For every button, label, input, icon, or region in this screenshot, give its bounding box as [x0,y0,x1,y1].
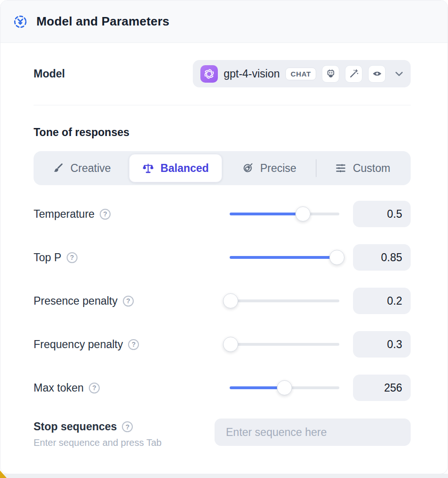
help-icon[interactable]: ? [67,252,78,263]
presence-penalty-value[interactable]: 0.2 [353,288,411,314]
max-token-slider[interactable] [230,380,339,395]
robot-icon [322,65,339,83]
balance-scale-icon [142,162,154,174]
param-row-temperature: Temperature ? 0.5 [34,201,411,227]
slider-track[interactable] [230,299,339,302]
max-token-value[interactable]: 256 [353,375,411,401]
model-parameters-panel: Model and Parameters Model [0,0,448,474]
temperature-slider[interactable] [230,206,339,222]
param-label: Max token ? [34,382,100,394]
help-icon[interactable]: ? [122,421,133,432]
tab-custom[interactable]: Custom [317,154,409,182]
frequency-penalty-slider[interactable] [230,337,339,352]
temperature-value[interactable]: 0.5 [353,201,411,227]
help-icon[interactable]: ? [123,296,134,307]
model-select-dropdown[interactable]: gpt-4-vision CHAT [193,60,411,87]
param-row-presence-penalty: Presence penalty ? 0.2 [34,288,411,314]
param-label: Presence penalty ? [34,295,134,307]
tone-tab-group: Creative Balanced [34,151,411,185]
tab-label: Custom [353,162,390,175]
param-row-max-token: Max token ? 256 [34,375,411,401]
stop-sequences-label: Stop sequences ? [34,420,162,433]
presence-penalty-slider[interactable] [230,293,339,308]
selected-model-name: gpt-4-vision [224,68,280,80]
tone-heading: Tone of responses [34,126,411,139]
magic-wand-icon [345,65,362,83]
sliders-icon [335,162,346,174]
tab-precise[interactable]: Precise [223,154,316,182]
param-row-frequency-penalty: Frequency penalty ? 0.3 [34,331,411,358]
help-icon[interactable]: ? [89,383,100,393]
tab-label: Precise [260,162,296,175]
panel-title: Model and Parameters [36,14,169,29]
help-icon[interactable]: ? [100,209,111,220]
vision-eye-icon [368,65,386,83]
model-row: Model gpt-4-vision CH [34,60,411,87]
slider-handle[interactable] [329,250,345,265]
slider-fill [230,213,303,215]
slider-handle[interactable] [223,337,238,352]
top-p-slider[interactable] [230,250,339,265]
model-icon [13,14,28,29]
stop-sequences-hint: Enter sequence and press Tab [34,437,162,448]
model-type-badge: CHAT [285,68,316,80]
stop-sequence-input[interactable] [215,418,411,446]
tab-label: Creative [70,162,111,175]
param-label: Frequency penalty ? [34,338,139,351]
stop-sequences-labels: Stop sequences ? Enter sequence and pres… [34,418,162,448]
slider-track[interactable] [230,343,339,346]
panel-header: Model and Parameters [0,0,448,43]
slider-fill [230,256,337,259]
param-label: Top P ? [34,251,78,264]
tab-balanced[interactable]: Balanced [129,154,223,182]
frequency-penalty-value[interactable]: 0.3 [353,331,411,358]
target-icon [242,162,253,174]
param-row-top-p: Top P ? 0.85 [34,244,411,271]
slider-handle[interactable] [295,206,310,222]
openai-logo [200,65,218,83]
slider-fill [230,386,284,389]
slider-handle[interactable] [277,380,292,395]
panel-content: Model gpt-4-vision CH [0,60,448,448]
tab-label: Balanced [161,162,209,175]
paintbrush-icon [52,162,64,174]
page-background-strip [0,474,448,478]
help-icon[interactable]: ? [128,339,139,350]
slider-handle[interactable] [223,293,238,308]
tab-creative[interactable]: Creative [35,154,128,182]
chevron-down-icon[interactable] [395,71,403,77]
param-label: Temperature ? [34,208,111,221]
stop-sequences-row: Stop sequences ? Enter sequence and pres… [34,418,411,448]
section-divider [34,105,411,105]
model-label: Model [34,68,65,80]
top-p-value[interactable]: 0.85 [353,244,411,271]
